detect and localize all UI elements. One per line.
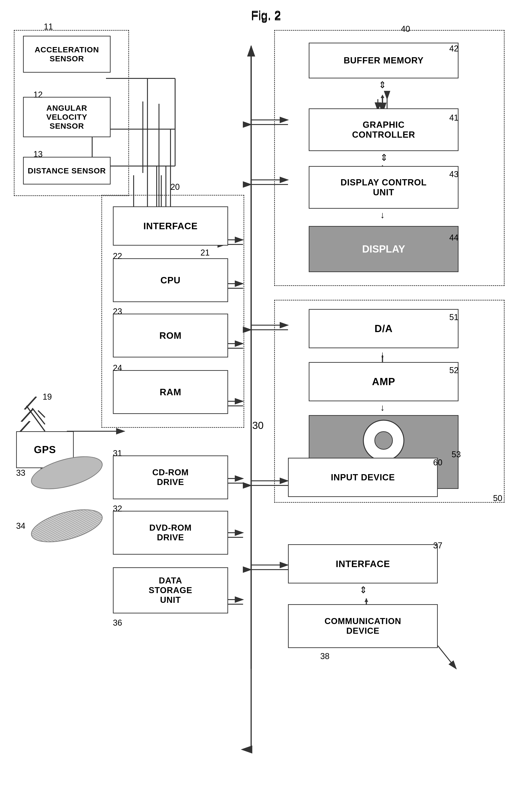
svg-line-66 xyxy=(38,410,45,417)
ram-box: RAM xyxy=(113,370,228,414)
buffer-id-label: 42 xyxy=(449,44,458,53)
speaker-id-label: 53 xyxy=(452,450,461,459)
comm-device-id-label: 38 xyxy=(320,652,329,661)
data-storage-box: DATASTORAGEUNIT xyxy=(113,567,228,613)
input-device-box: INPUT DEVICE xyxy=(288,458,438,497)
cd-rom-drive-label: CD-ROMDRIVE xyxy=(152,468,189,487)
cpu-label: CPU xyxy=(160,275,180,285)
main-unit-id-label: 20 xyxy=(170,182,180,192)
interface-label: INTERFACE xyxy=(143,221,198,231)
amp-id-label: 52 xyxy=(449,365,458,375)
cd-id-label: 31 xyxy=(113,449,122,458)
audio-group-id-label: 50 xyxy=(493,493,502,503)
buffer-memory-box: BUFFER MEMORY xyxy=(309,43,458,78)
buffer-graphic-arrow: ⇕ xyxy=(380,80,385,112)
svg-marker-62 xyxy=(365,599,368,602)
graphic-controller-box: GRAPHICCONTROLLER xyxy=(309,108,458,151)
rom-id-label: 23 xyxy=(113,307,122,316)
data-storage-id-label: 36 xyxy=(113,618,122,628)
angular-velocity-sensor-label: ANGULARVELOCITYSENSOR xyxy=(46,104,87,130)
speaker-inner-circle xyxy=(374,431,393,450)
gps-label: GPS xyxy=(34,444,56,455)
gps-signal-lines: ╱╱╱ xyxy=(18,397,35,435)
da-id-label: 51 xyxy=(449,312,458,322)
rom-box: ROM xyxy=(113,314,228,357)
display-group-id-label: 40 xyxy=(401,24,410,34)
buffer-memory-label: BUFFER MEMORY xyxy=(344,56,424,66)
sensor-group-id-label: 11 xyxy=(44,22,53,32)
angular-id-label: 12 xyxy=(33,90,43,100)
display-control-label: DISPLAY CONTROLUNIT xyxy=(341,178,427,197)
interface2-id-label: 37 xyxy=(433,541,442,551)
input-device-id-label: 60 xyxy=(433,458,442,467)
display-control-box: DISPLAY CONTROLUNIT xyxy=(309,166,458,209)
data-storage-label: DATASTORAGEUNIT xyxy=(149,576,192,605)
distance-sensor-box: DISTANCE SENSOR xyxy=(23,157,111,184)
graphic-id-label: 41 xyxy=(449,113,458,123)
display-id-label: 44 xyxy=(449,233,458,243)
speaker-large-circle xyxy=(363,420,404,461)
amp-box: AMP xyxy=(309,362,458,401)
comm-device-box: COMMUNICATIONDEVICE xyxy=(288,604,438,648)
da-amp-arrow: ↓ xyxy=(380,349,385,360)
dvd-disc xyxy=(28,503,106,549)
disc1-id-label: 33 xyxy=(16,468,25,478)
diagram: Fig. 2 xyxy=(0,0,532,785)
graphic-controller-label: GRAPHICCONTROLLER xyxy=(352,120,415,140)
ram-id-label: 24 xyxy=(113,363,122,373)
disc2-id-label: 34 xyxy=(16,521,25,531)
display-box: DISPLAY xyxy=(309,226,458,272)
da-label: D/A xyxy=(375,323,393,334)
ram-label: RAM xyxy=(160,387,181,397)
display-label: DISPLAY xyxy=(362,243,405,255)
bus-id-label: 30 xyxy=(252,420,264,431)
svg-line-67 xyxy=(32,408,45,424)
rom-label: ROM xyxy=(159,330,182,341)
input-device-label: INPUT DEVICE xyxy=(331,473,395,482)
amp-speaker-arrow: ↓ xyxy=(380,402,385,413)
interface2-label: INTERFACE xyxy=(336,559,390,569)
distance-id-label: 13 xyxy=(33,149,43,159)
dvd-id-label: 32 xyxy=(113,504,122,513)
cpu-id-label: 22 xyxy=(113,251,122,261)
gps-signal-id-label: 19 xyxy=(43,392,52,402)
fig-title: Fig. 2 xyxy=(251,8,281,22)
comm-device-label: COMMUNICATIONDEVICE xyxy=(325,616,401,636)
distance-sensor-label: DISTANCE SENSOR xyxy=(28,166,106,175)
graphic-display-arrow: ⇕ xyxy=(380,152,388,163)
dvd-rom-drive-box: DVD-ROMDRIVE xyxy=(113,511,228,555)
interface2-comm-arrow: ⇕ xyxy=(360,585,367,595)
cpu-box: CPU xyxy=(113,258,228,302)
display-control-display-arrow: ↓ xyxy=(380,210,385,220)
cd-rom-drive-box: CD-ROMDRIVE xyxy=(113,455,228,499)
interface-box: INTERFACE xyxy=(113,206,228,246)
interface2-box: INTERFACE xyxy=(288,544,438,583)
svg-line-65 xyxy=(438,646,456,669)
display-control-id-label: 43 xyxy=(449,170,458,179)
acceleration-sensor-label: ACCELERATIONSENSOR xyxy=(34,45,99,63)
dvd-rom-drive-label: DVD-ROMDRIVE xyxy=(149,523,192,542)
interface-id-label: 21 xyxy=(201,248,210,258)
amp-label: AMP xyxy=(372,376,395,387)
acceleration-sensor-box: ACCELERATIONSENSOR xyxy=(23,36,111,73)
da-box: D/A xyxy=(309,309,458,348)
angular-velocity-sensor-box: ANGULARVELOCITYSENSOR xyxy=(23,97,111,137)
